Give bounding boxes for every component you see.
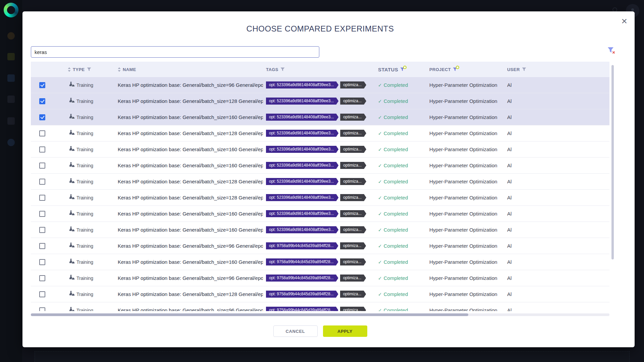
search-input[interactable] [31, 46, 319, 58]
row-status-label: Completed [384, 227, 408, 233]
row-user: Al [507, 114, 512, 120]
column-header-name[interactable]: NAME [123, 67, 136, 72]
horizontal-scrollbar-thumb[interactable] [31, 313, 468, 316]
row-tag-optimization[interactable]: optimiza... [340, 130, 366, 137]
row-tag-id[interactable]: opt: 9758a99b44c845d39a894ff28... [266, 258, 338, 265]
filter-icon-status[interactable] [400, 67, 405, 71]
row-tag-optimization[interactable]: optimiza... [340, 162, 366, 169]
row-project: Hyper-Parameter Optimization [429, 307, 497, 311]
row-tag-id[interactable]: opt: 523396a9d98148408aff39ee3... [266, 114, 338, 121]
vertical-scrollbar[interactable] [611, 65, 614, 259]
cancel-button[interactable]: CANCEL [273, 325, 318, 337]
clearml-logo-icon [4, 3, 18, 17]
row-checkbox[interactable] [39, 227, 45, 233]
table-row[interactable]: Training Keras HP optimization base: Gen… [31, 109, 609, 125]
column-header-type[interactable]: TYPE [73, 67, 85, 72]
table-row[interactable]: Training Keras HP optimization base: Gen… [31, 158, 609, 174]
row-tag-optimization[interactable]: optimiza... [340, 178, 366, 185]
horizontal-scrollbar-track[interactable] [31, 313, 609, 316]
apply-button[interactable]: APPLY [323, 325, 367, 337]
row-tag-optimization[interactable]: optimiza... [340, 81, 366, 88]
row-checkbox[interactable] [39, 163, 45, 169]
filter-icon-tags[interactable] [280, 67, 285, 71]
row-checkbox[interactable] [39, 146, 45, 153]
experiment-type-icon [68, 194, 74, 201]
row-checkbox[interactable] [39, 211, 45, 217]
row-type-label: Training [76, 292, 93, 297]
row-checkbox[interactable] [39, 291, 45, 297]
table-row[interactable]: Training Keras HP optimization base: Gen… [31, 174, 609, 190]
row-tag-optimization[interactable]: optimiza... [340, 146, 366, 153]
table-row[interactable]: Training Keras HP optimization base: Gen… [31, 222, 609, 238]
row-checkbox[interactable] [39, 259, 45, 265]
row-tag-id[interactable]: opt: 9758a99b44c845d39a894ff28... [266, 291, 338, 298]
row-type-label: Training [76, 179, 93, 184]
row-tag-id[interactable]: opt: 9758a99b44c845d39a894ff28... [266, 275, 338, 282]
row-tag-id[interactable]: opt: 523396a9d98148408aff39ee3... [266, 146, 338, 153]
row-checkbox[interactable] [39, 243, 45, 249]
row-project: Hyper-Parameter Optimization [429, 227, 497, 233]
column-header-status[interactable]: STATUS [378, 67, 398, 72]
row-checkbox[interactable] [39, 130, 45, 136]
row-tag-id[interactable]: opt: 523396a9d98148408aff39ee3... [266, 178, 338, 185]
row-tag-optimization[interactable]: optimiza... [340, 194, 366, 201]
row-tag-optimization[interactable]: optimiza... [340, 307, 366, 311]
sort-icon-type[interactable] [68, 67, 71, 72]
table-row[interactable]: Training Keras HP optimization base: Gen… [31, 238, 609, 254]
status-check-icon: ✓ [378, 259, 382, 265]
row-tag-optimization[interactable]: optimiza... [340, 275, 366, 282]
row-tag-optimization[interactable]: optimiza... [340, 226, 366, 233]
column-header-tags[interactable]: TAGS [266, 67, 278, 72]
column-header-user[interactable]: USER [507, 67, 520, 72]
row-tag-id[interactable]: opt: 523396a9d98148408aff39ee3... [266, 210, 338, 217]
table-row[interactable]: Training Keras HP optimization base: Gen… [31, 190, 609, 206]
row-tag-id[interactable]: opt: 9758a99b44c845d39a894ff28... [266, 307, 338, 311]
row-tag-optimization[interactable]: optimiza... [340, 258, 366, 265]
row-tag-optimization[interactable]: optimiza... [340, 242, 366, 249]
table-row[interactable]: Training Keras HP optimization base: Gen… [31, 302, 609, 311]
row-tag-optimization[interactable]: optimiza... [340, 210, 366, 217]
row-checkbox[interactable] [39, 98, 45, 104]
row-type-label: Training [76, 259, 93, 265]
row-checkbox[interactable] [39, 114, 45, 120]
row-status-label: Completed [384, 179, 408, 184]
row-tag-id[interactable]: opt: 9758a99b44c845d39a894ff28... [266, 242, 338, 249]
row-checkbox[interactable] [39, 195, 45, 201]
table-row[interactable]: Training Keras HP optimization base: Gen… [31, 93, 609, 109]
row-project: Hyper-Parameter Optimization [429, 130, 497, 136]
row-checkbox[interactable] [39, 307, 45, 311]
status-check-icon: ✓ [378, 308, 382, 311]
table-row[interactable]: Training Keras HP optimization base: Gen… [31, 270, 609, 286]
row-status-label: Completed [384, 114, 408, 120]
row-checkbox[interactable] [39, 179, 45, 185]
row-tag-optimization[interactable]: optimiza... [340, 98, 366, 105]
table-row[interactable]: Training Keras HP optimization base: Gen… [31, 77, 609, 93]
filter-icon-type[interactable] [87, 67, 91, 71]
table-row[interactable]: Training Keras HP optimization base: Gen… [31, 254, 609, 270]
row-user: Al [507, 130, 512, 136]
filter-icon-project[interactable] [453, 67, 457, 71]
row-tag-optimization[interactable]: optimiza... [340, 291, 366, 298]
table-row[interactable]: Training Keras HP optimization base: Gen… [31, 206, 609, 222]
row-checkbox[interactable] [39, 82, 45, 88]
experiment-type-icon [68, 162, 74, 169]
row-tag-id[interactable]: opt: 523396a9d98148408aff39ee3... [266, 130, 338, 137]
table-row[interactable]: Training Keras HP optimization base: Gen… [31, 125, 609, 141]
row-tag-optimization[interactable]: optimiza... [340, 114, 366, 121]
row-type-label: Training [76, 276, 93, 281]
row-tag-id[interactable]: opt: 523396a9d98148408aff39ee3... [266, 226, 338, 233]
row-checkbox[interactable] [39, 275, 45, 281]
row-tag-id[interactable]: opt: 523396a9d98148408aff39ee3... [266, 194, 338, 201]
row-tag-id[interactable]: opt: 523396a9d98148408aff39ee3... [266, 81, 338, 88]
column-header-project[interactable]: PROJECT [429, 67, 451, 72]
row-tag-id[interactable]: opt: 523396a9d98148408aff39ee3... [266, 162, 338, 169]
row-name: Keras HP optimization base: General/batc… [118, 275, 263, 281]
table-row[interactable]: Training Keras HP optimization base: Gen… [31, 286, 609, 302]
row-tag-id[interactable]: opt: 523396a9d98148408aff39ee3... [266, 98, 338, 105]
clear-filters-icon[interactable] [607, 47, 615, 56]
status-check-icon: ✓ [378, 292, 382, 297]
table-row[interactable]: Training Keras HP optimization base: Gen… [31, 141, 609, 158]
sort-icon-name[interactable] [118, 67, 121, 72]
filter-icon-user[interactable] [522, 67, 526, 71]
close-icon[interactable]: × [621, 16, 627, 26]
